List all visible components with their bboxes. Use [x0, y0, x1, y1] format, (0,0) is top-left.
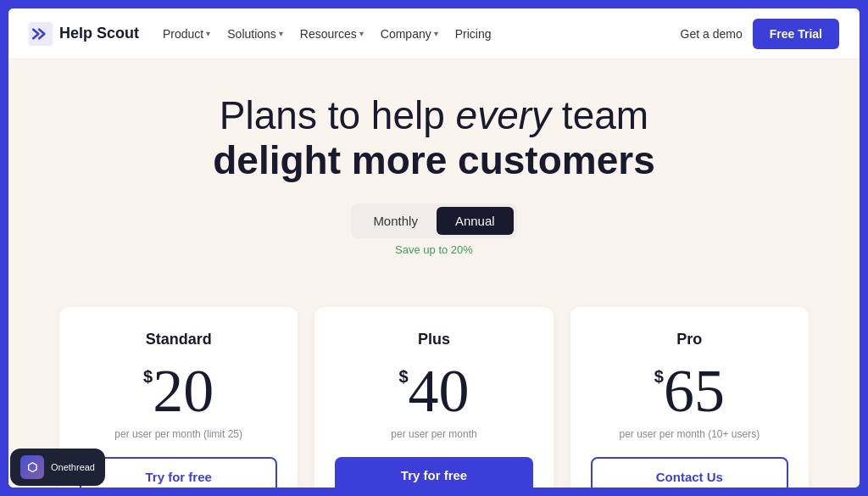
plus-subtitle: per user per month	[391, 428, 476, 440]
standard-price-row: $ 20	[143, 360, 214, 421]
hero-title: Plans to help every team delight more cu…	[29, 93, 839, 183]
pro-card-name: Pro	[676, 331, 702, 348]
save-label: Save up to 20%	[395, 243, 473, 256]
billing-section: Monthly Annual Save up to 20%	[29, 203, 839, 280]
navbar-left: Help Scout Product ▾ Solutions ▾	[29, 22, 492, 46]
helpscout-logo-icon	[29, 22, 53, 46]
plus-card-name: Plus	[418, 331, 450, 348]
chevron-down-icon: ▾	[206, 29, 210, 38]
chevron-down-icon: ▾	[359, 29, 364, 38]
nav-link-resources[interactable]: Resources ▾	[300, 27, 364, 41]
hero-italic: every	[456, 93, 551, 137]
hero-title-bold: delight more customers	[29, 138, 839, 183]
pro-price-row: $ 65	[654, 360, 725, 421]
standard-cta-button[interactable]: Try for free	[80, 457, 277, 489]
plus-cta-button[interactable]: Try for free	[335, 457, 532, 489]
pro-subtitle: per user per month (10+ users)	[619, 428, 760, 440]
nav-link-company[interactable]: Company ▾	[381, 27, 438, 41]
nav-links: Product ▾ Solutions ▾ Resources ▾	[163, 27, 491, 41]
pro-amount: 65	[664, 360, 725, 421]
onethread-logo-icon: ⬡	[20, 455, 44, 479]
nav-link-product[interactable]: Product ▾	[163, 27, 210, 41]
pricing-section: Standard $ 20 per user per month (limit …	[8, 307, 860, 489]
pro-card: Pro $ 65 per user per month (10+ users) …	[570, 307, 809, 489]
nav-link-solutions[interactable]: Solutions ▾	[227, 27, 283, 41]
standard-currency: $	[143, 367, 153, 387]
cards-row: Standard $ 20 per user per month (limit …	[59, 307, 809, 489]
get-demo-button[interactable]: Get a demo	[681, 27, 743, 41]
free-trial-button[interactable]: Free Trial	[753, 19, 839, 49]
nav-link-pricing[interactable]: Pricing	[455, 27, 492, 41]
svg-rect-0	[29, 22, 53, 46]
nav-item-solutions[interactable]: Solutions ▾	[227, 27, 283, 41]
nav-item-company[interactable]: Company ▾	[381, 27, 438, 41]
navbar-right: Get a demo Free Trial	[681, 19, 839, 49]
onethread-badge: ⬡ Onethread	[10, 449, 105, 486]
onethread-label: Onethread	[51, 462, 95, 472]
plus-amount: 40	[409, 360, 470, 421]
monthly-toggle-button[interactable]: Monthly	[354, 207, 437, 235]
logo-link[interactable]: Help Scout	[29, 22, 139, 46]
browser-frame: Help Scout Product ▾ Solutions ▾	[7, 7, 861, 489]
plus-currency: $	[398, 367, 408, 387]
hero-section: Plans to help every team delight more cu…	[8, 59, 860, 307]
standard-amount: 20	[153, 360, 214, 421]
standard-subtitle: per user per month (limit 25)	[114, 428, 242, 440]
pro-currency: $	[654, 367, 664, 387]
chevron-down-icon: ▾	[434, 29, 438, 38]
standard-card-name: Standard	[146, 331, 212, 348]
navbar: Help Scout Product ▾ Solutions ▾	[8, 8, 860, 59]
nav-item-product[interactable]: Product ▾	[163, 27, 210, 41]
pro-cta-button[interactable]: Contact Us	[591, 457, 788, 489]
nav-item-pricing[interactable]: Pricing	[455, 27, 492, 41]
chevron-down-icon: ▾	[279, 29, 283, 38]
logo-text: Help Scout	[59, 25, 139, 42]
nav-item-resources[interactable]: Resources ▾	[300, 27, 364, 41]
annual-toggle-button[interactable]: Annual	[437, 207, 514, 235]
plus-price-row: $ 40	[398, 360, 469, 421]
plus-card: Plus $ 40 per user per month Try for fre…	[314, 307, 553, 489]
billing-toggle: Monthly Annual	[351, 203, 516, 238]
